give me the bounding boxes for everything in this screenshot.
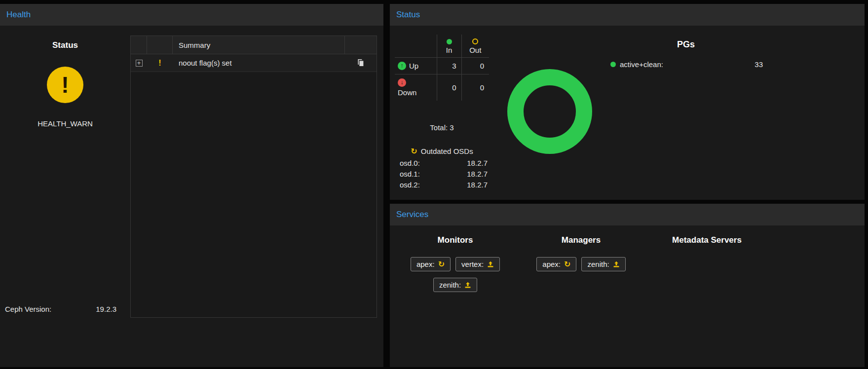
health-panel-body: Status ! HEALTH_WARN Ceph Version: 19.2.… xyxy=(0,26,383,367)
warning-exclamation-icon: ! xyxy=(158,59,161,68)
service-button-label: zenith: xyxy=(439,281,461,289)
monitor-apex-button[interactable]: apex: ↻ xyxy=(411,257,451,271)
pgs-title: PGs xyxy=(612,39,760,50)
osd-up-in-count: 3 xyxy=(437,58,461,74)
summary-header-expand-col xyxy=(131,36,147,54)
health-panel-header: Health xyxy=(0,4,383,26)
copy-icon[interactable] xyxy=(357,59,365,67)
metadata-servers-heading: Metadata Servers xyxy=(646,235,767,245)
row-expand-icon[interactable]: + xyxy=(136,60,143,67)
arrow-circle-down-icon: ↓ xyxy=(398,78,406,87)
osd-name: osd.2: xyxy=(400,180,420,190)
list-item: osd.1: 18.2.7 xyxy=(400,169,488,180)
monitors-column: Monitors apex: ↻ vertex: xyxy=(395,225,516,367)
ceph-dashboard: Health Status ! HEALTH_WARN Ceph Version… xyxy=(0,0,868,369)
osd-table-out-header: Out xyxy=(461,35,489,58)
osd-version: 18.2.7 xyxy=(467,180,488,190)
list-item: osd.0: 18.2.7 xyxy=(400,158,488,169)
outdated-osds-title: ↻ Outdated OSDs xyxy=(395,147,489,155)
summary-row-text: noout flag(s) set xyxy=(173,59,345,67)
pgs-legend-value: 33 xyxy=(755,60,763,69)
out-header-label: Out xyxy=(469,46,481,54)
osd-table-in-header: In xyxy=(437,35,461,58)
pgs-donut-chart xyxy=(507,69,592,154)
metadata-servers-column: Metadata Servers xyxy=(646,225,767,367)
health-status-heading: Status xyxy=(0,40,130,50)
osd-up-out-count: 0 xyxy=(461,58,489,74)
refresh-icon: ↻ xyxy=(411,148,417,155)
in-dot-icon xyxy=(447,39,452,44)
refresh-icon: ↻ xyxy=(438,260,445,268)
status-panel-title: Status xyxy=(396,10,420,20)
summary-table-header-row: Summary xyxy=(131,36,377,54)
health-warning-icon: ! xyxy=(47,67,83,103)
services-panel-header: Services xyxy=(390,204,865,225)
osd-down-row-label-cell: ↓ Down xyxy=(395,74,437,101)
osd-name: osd.1: xyxy=(400,169,420,180)
ceph-version-value: 19.2.3 xyxy=(72,305,116,313)
summary-header-label: Summary xyxy=(173,36,345,54)
health-status-value: HEALTH_WARN xyxy=(0,119,130,128)
service-button-label: vertex: xyxy=(461,260,484,268)
managers-column: Managers apex: ↻ zenith: xyxy=(521,225,642,367)
upload-icon xyxy=(613,261,620,268)
summary-header-severity-col xyxy=(147,36,173,54)
managers-buttons: apex: ↻ zenith: xyxy=(521,257,642,271)
upload-icon xyxy=(464,282,471,289)
health-panel: Health Status ! HEALTH_WARN Ceph Version… xyxy=(0,4,383,367)
status-panel: Status In Out xyxy=(390,4,865,200)
refresh-icon: ↻ xyxy=(564,260,570,268)
manager-apex-button[interactable]: apex: ↻ xyxy=(536,257,576,271)
pgs-legend: active+clean: 33 xyxy=(610,60,763,69)
monitors-heading: Monitors xyxy=(395,235,516,245)
service-button-label: zenith: xyxy=(587,260,609,268)
services-panel: Services Monitors apex: ↻ vertex: xyxy=(390,204,865,367)
outdated-osd-list: osd.0: 18.2.7 osd.1: 18.2.7 osd.2: 18.2.… xyxy=(400,158,488,190)
service-button-label: apex: xyxy=(416,260,435,268)
ceph-version-label: Ceph Version: xyxy=(5,305,51,313)
active-clean-dot-icon xyxy=(610,62,616,67)
in-header-label: In xyxy=(446,46,453,54)
upload-icon xyxy=(487,261,494,268)
status-panel-header: Status xyxy=(390,4,865,26)
osd-table-corner-cell xyxy=(395,35,437,58)
summary-header-actions-col xyxy=(345,36,377,54)
osd-in-out-table: In Out ↑ Up xyxy=(395,35,489,101)
pgs-legend-label: active+clean: xyxy=(620,60,663,69)
services-panel-title: Services xyxy=(396,210,428,220)
service-button-label: apex: xyxy=(542,260,561,268)
managers-heading: Managers xyxy=(521,235,642,245)
monitor-vertex-button[interactable]: vertex: xyxy=(455,257,500,271)
out-ring-icon xyxy=(472,38,478,44)
osd-down-in-count: 0 xyxy=(437,74,461,101)
outdated-osds-label: Outdated OSDs xyxy=(421,147,473,155)
arrow-circle-up-icon: ↑ xyxy=(398,62,406,70)
services-panel-body: Monitors apex: ↻ vertex: xyxy=(390,225,865,367)
monitor-zenith-button[interactable]: zenith: xyxy=(433,278,477,292)
osd-up-row-label-cell: ↑ Up xyxy=(395,58,437,74)
manager-zenith-button[interactable]: zenith: xyxy=(581,257,625,271)
osd-version: 18.2.7 xyxy=(467,158,488,169)
health-summary-table: Summary + ! noout flag(s) set xyxy=(130,36,377,318)
osd-down-out-count: 0 xyxy=(461,74,489,101)
down-row-label: Down xyxy=(398,88,434,97)
exclamation-glyph: ! xyxy=(61,72,69,98)
osd-version: 18.2.7 xyxy=(467,169,488,180)
osd-total: Total: 3 xyxy=(395,123,489,132)
monitors-buttons: apex: ↻ vertex: zenith: xyxy=(395,257,516,292)
list-item: osd.2: 18.2.7 xyxy=(400,180,488,190)
osd-name: osd.0: xyxy=(400,158,420,169)
health-panel-title: Health xyxy=(6,10,31,20)
summary-table-row[interactable]: + ! noout flag(s) set xyxy=(131,54,377,72)
status-panel-body: In Out ↑ Up xyxy=(390,26,865,200)
up-row-label: Up xyxy=(409,62,418,70)
